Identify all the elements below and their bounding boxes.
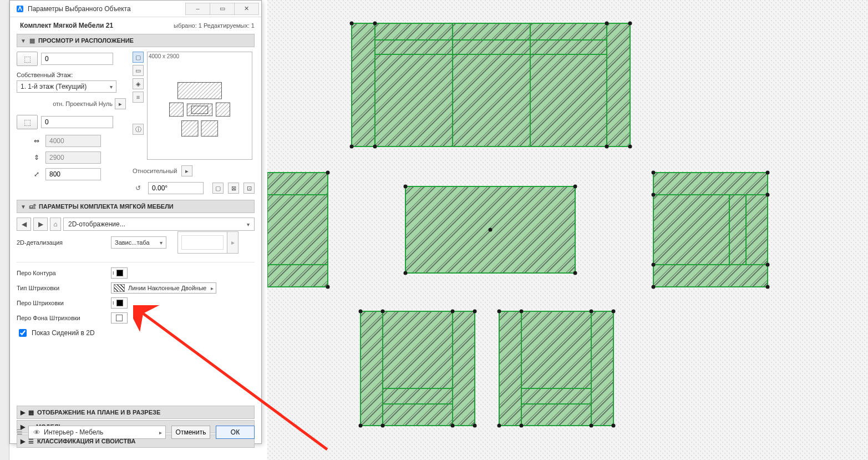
relative-label: Относительный [133,168,177,174]
detail-preview-popup[interactable]: ▸ [227,231,238,254]
svg-rect-36 [653,173,768,287]
chevron-right-icon: ▶ [21,409,25,416]
svg-point-71 [612,310,616,314]
page-home-button[interactable]: ⌂ [50,218,61,231]
detail-dropdown[interactable]: Завис...таба [111,236,166,249]
cube-icon: ▦ [29,37,35,44]
restore-button[interactable]: ▭ [210,3,235,15]
svg-rect-30 [267,173,328,287]
svg-point-45 [766,285,770,289]
cancel-button[interactable]: Отменить [171,426,210,439]
app-icon [16,4,24,13]
section-floorplan-header[interactable]: ▶▦ОТОБРАЖЕНИЕ НА ПЛАНЕ И В РАЗРЕЗЕ [17,406,255,419]
object-settings-dialog: Параметры Выбранного Объекта – ▭ ✕ Компл… [9,0,262,444]
view-elev-button[interactable]: ▭ [133,65,144,76]
hatch-type-dropdown[interactable]: Линии Наклонные Двойные [111,282,216,294]
ref-elevation-icon: ⬚ [17,115,38,129]
dim-x-icon: ⇔ [31,137,42,145]
svg-rect-85 [181,121,198,137]
svg-point-29 [489,228,493,232]
svg-point-35 [326,285,330,289]
next-page-button[interactable]: ▶ [33,218,48,231]
ok-button[interactable]: ОК [216,426,255,439]
svg-point-58 [359,424,363,428]
relative-popup-button[interactable]: ▸ [181,165,192,176]
plan-table[interactable] [404,185,577,275]
prev-page-button[interactable]: ◀ [17,218,31,231]
svg-point-17 [350,145,354,149]
mirror-y-button[interactable]: ⊠ [228,183,239,194]
eye-icon: 👁 [33,428,40,437]
app-sidebar-fragment [0,0,9,460]
svg-rect-86 [201,121,218,137]
svg-point-28 [573,271,577,275]
svg-point-21 [373,145,377,149]
floorplan-canvas[interactable] [267,0,868,460]
plan-armchair-left[interactable] [267,171,330,289]
story-dropdown[interactable]: 1. 1-й этаж (Текущий) [17,80,116,93]
svg-rect-50 [361,311,475,426]
detail-preview [177,231,227,254]
object-name: Комплект Мягкой Мебели 21 [20,22,113,29]
param-page-dropdown[interactable]: 2D-отображение... [63,218,255,231]
svg-point-75 [590,310,593,314]
svg-point-57 [473,310,477,314]
plan-chair-1[interactable] [359,310,477,428]
svg-point-26 [573,185,577,189]
minimize-button[interactable]: – [185,3,210,15]
svg-point-73 [612,424,616,428]
angle-input[interactable] [148,182,204,194]
svg-point-76 [520,424,524,428]
contour-pen-control[interactable]: I [111,267,128,279]
show-seats-checkbox[interactable] [19,329,27,337]
own-story-label: Собственный Этаж: [17,72,126,78]
dim-z-input[interactable] [45,168,101,180]
plan-sofa[interactable] [350,22,632,149]
view-plan-button[interactable]: ▢ [133,52,144,63]
furniture-icon: 🛋 [29,203,35,210]
hatch-type-label: Тип Штриховки [17,285,111,291]
view-info-button[interactable]: ⓘ [133,124,144,135]
object-preview[interactable]: 4000 x 2900 [147,52,252,160]
svg-rect-80 [177,82,221,99]
selection-info: ыбрано: 1 Редактируемых: 1 [174,22,255,29]
section-preview-title: ПРОСМОТР И РАСПОЛОЖЕНИЕ [38,37,134,44]
angle-icon: ↺ [133,183,144,194]
titlebar[interactable]: Параметры Выбранного Объекта – ▭ ✕ [10,1,261,17]
svg-point-61 [451,310,455,314]
hatch-bg-pen-label: Перо Фона Штриховки [17,315,111,321]
svg-point-46 [652,193,656,197]
section-preview-header[interactable]: ▼ ▦ ПРОСМОТР И РАСПОЛОЖЕНИЕ [17,34,255,47]
layer-dropdown[interactable]: 👁 Интерьер - Мебель [28,426,166,439]
contour-pen-label: Перо Контура [17,270,111,276]
view-list-button[interactable]: ≡ [133,92,144,103]
svg-point-20 [605,22,609,26]
layer-stack-icon: ☰ [17,428,23,436]
detail-label: 2D-детализация [17,239,111,246]
svg-point-63 [451,424,455,428]
svg-point-62 [381,424,385,428]
svg-point-42 [652,171,656,175]
ref-level-popup-button[interactable]: ▸ [115,98,126,109]
view-3d-button[interactable]: ◈ [133,78,144,89]
hatch-pen-control[interactable]: I [111,297,128,309]
mirror-x-button[interactable]: ▢ [212,183,224,194]
hatch-bg-pen-control[interactable] [111,312,128,323]
ref-level-label: отн. Проектный Нуль [53,100,113,107]
svg-point-16 [628,22,632,26]
dim-y-input[interactable] [45,151,101,164]
svg-point-15 [350,22,354,26]
mirror-z-button[interactable]: ⊡ [243,183,255,194]
plan-chair-2[interactable] [498,310,616,428]
section-params-header[interactable]: ▼ 🛋 ПАРАМЕТРЫ КОМПЛЕКТА МЯГКОЙ МЕБЕЛИ [17,200,255,213]
svg-rect-64 [499,311,613,426]
svg-rect-84 [191,106,208,114]
svg-rect-7 [352,23,630,146]
svg-point-44 [652,285,656,289]
elevation-input[interactable] [41,53,113,65]
ref-elevation-input[interactable] [41,116,113,128]
close-button[interactable]: ✕ [234,3,259,15]
plan-armchair-right[interactable] [652,171,770,289]
svg-point-72 [498,424,501,428]
dim-x-input[interactable] [45,135,101,147]
